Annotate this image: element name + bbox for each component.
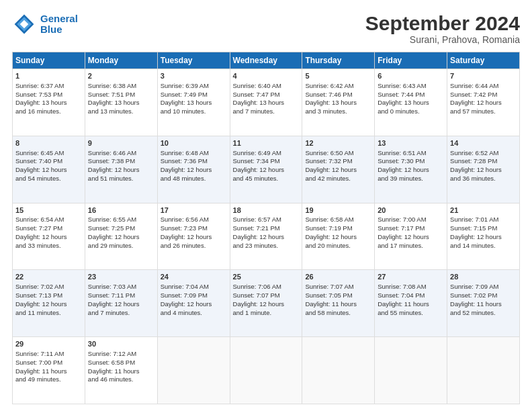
week-row-3: 15Sunrise: 6:54 AMSunset: 7:27 PMDayligh…	[13, 203, 520, 270]
day-info: Sunset: 7:15 PM	[450, 224, 517, 233]
cell-week2-day6: 14Sunrise: 6:52 AMSunset: 7:28 PMDayligh…	[447, 136, 520, 203]
day-info: and 54 minutes.	[15, 175, 82, 183]
day-info: and 48 minutes.	[161, 175, 227, 183]
day-info: Sunset: 7:21 PM	[233, 224, 300, 233]
day-info: Daylight: 12 hours	[305, 166, 371, 175]
day-number: 21	[450, 205, 517, 216]
col-tuesday: Tuesday	[157, 52, 230, 69]
day-info: Sunset: 7:05 PM	[305, 291, 371, 300]
cell-week5-day4	[302, 337, 375, 404]
day-number: 6	[378, 71, 444, 81]
cell-week3-day5: 20Sunrise: 7:00 AMSunset: 7:17 PMDayligh…	[375, 203, 447, 270]
day-number: 18	[233, 205, 300, 216]
day-info: Sunset: 7:25 PM	[88, 224, 154, 233]
cell-week3-day0: 15Sunrise: 6:54 AMSunset: 7:27 PMDayligh…	[13, 203, 85, 270]
day-info: Sunrise: 6:37 AM	[15, 82, 82, 91]
day-number: 9	[88, 138, 154, 148]
cell-week1-day4: 5Sunrise: 6:42 AMSunset: 7:46 PMDaylight…	[302, 69, 375, 136]
cell-week5-day1: 30Sunrise: 7:12 AMSunset: 6:58 PMDayligh…	[85, 337, 157, 404]
day-info: and 3 minutes.	[305, 107, 371, 116]
day-info: Daylight: 12 hours	[15, 233, 82, 242]
day-info: Sunrise: 7:04 AM	[161, 283, 227, 291]
day-info: and 17 minutes.	[378, 242, 444, 250]
cell-week1-day2: 3Sunrise: 6:39 AMSunset: 7:49 PMDaylight…	[157, 69, 230, 136]
day-number: 26	[305, 272, 371, 282]
day-number: 24	[161, 272, 227, 282]
week-row-1: 1Sunrise: 6:37 AMSunset: 7:53 PMDaylight…	[13, 69, 520, 136]
day-number: 1	[15, 71, 82, 81]
cell-week3-day3: 18Sunrise: 6:57 AMSunset: 7:21 PMDayligh…	[230, 203, 302, 270]
day-number: 5	[305, 71, 371, 81]
cell-week4-day4: 26Sunrise: 7:07 AMSunset: 7:05 PMDayligh…	[302, 270, 375, 337]
day-info: Daylight: 13 hours	[88, 99, 154, 107]
day-info: and 29 minutes.	[88, 242, 154, 250]
day-info: Sunrise: 7:01 AM	[450, 216, 517, 224]
col-sunday: Sunday	[13, 52, 85, 69]
title-block: September 2024 Surani, Prahova, Romania	[365, 12, 520, 45]
day-info: Sunset: 7:00 PM	[15, 359, 82, 367]
day-info: and 36 minutes.	[450, 175, 517, 183]
cell-week1-day0: 1Sunrise: 6:37 AMSunset: 7:53 PMDaylight…	[13, 69, 85, 136]
day-number: 2	[88, 71, 154, 81]
day-info: Sunset: 7:19 PM	[305, 224, 371, 233]
day-info: Sunrise: 6:56 AM	[161, 216, 227, 224]
day-info: Sunrise: 6:50 AM	[305, 149, 371, 158]
day-info: and 45 minutes.	[233, 175, 300, 183]
day-info: Sunrise: 7:00 AM	[378, 216, 444, 224]
day-info: Sunrise: 6:43 AM	[378, 82, 444, 91]
day-info: Daylight: 12 hours	[450, 233, 517, 242]
cell-week2-day5: 13Sunrise: 6:51 AMSunset: 7:30 PMDayligh…	[375, 136, 447, 203]
day-info: Sunset: 7:53 PM	[15, 91, 82, 99]
day-number: 16	[88, 205, 154, 216]
day-info: Sunrise: 6:38 AM	[88, 82, 154, 91]
col-friday: Friday	[375, 52, 447, 69]
cell-week2-day1: 9Sunrise: 6:46 AMSunset: 7:38 PMDaylight…	[85, 136, 157, 203]
day-info: Sunrise: 6:39 AM	[161, 82, 227, 91]
day-info: and 7 minutes.	[233, 107, 300, 116]
month-title: September 2024	[365, 12, 520, 34]
day-info: Sunrise: 6:54 AM	[15, 216, 82, 224]
day-info: Daylight: 12 hours	[88, 166, 154, 175]
cell-week1-day5: 6Sunrise: 6:43 AMSunset: 7:44 PMDaylight…	[375, 69, 447, 136]
week-row-2: 8Sunrise: 6:45 AMSunset: 7:40 PMDaylight…	[13, 136, 520, 203]
day-info: and 46 minutes.	[88, 375, 154, 384]
day-info: Daylight: 12 hours	[88, 300, 154, 309]
day-info: Daylight: 12 hours	[233, 166, 300, 175]
day-number: 17	[161, 205, 227, 216]
cell-week1-day6: 7Sunrise: 6:44 AMSunset: 7:42 PMDaylight…	[447, 69, 520, 136]
day-info: Daylight: 13 hours	[378, 99, 444, 107]
day-info: Daylight: 12 hours	[15, 300, 82, 309]
day-info: Sunset: 7:42 PM	[450, 91, 517, 99]
col-wednesday: Wednesday	[230, 52, 302, 69]
day-number: 27	[378, 272, 444, 282]
day-info: Sunrise: 7:06 AM	[233, 283, 300, 291]
cell-week3-day6: 21Sunrise: 7:01 AMSunset: 7:15 PMDayligh…	[447, 203, 520, 270]
day-info: and 7 minutes.	[88, 309, 154, 318]
day-info: Daylight: 13 hours	[305, 99, 371, 107]
day-info: Sunset: 7:34 PM	[233, 157, 300, 166]
day-info: Daylight: 12 hours	[378, 166, 444, 175]
day-number: 15	[15, 205, 82, 216]
header-row: SundayMondayTuesdayWednesdayThursdayFrid…	[13, 52, 520, 69]
day-info: and 14 minutes.	[450, 242, 517, 250]
day-info: Sunset: 7:17 PM	[378, 224, 444, 233]
day-info: Daylight: 12 hours	[161, 166, 227, 175]
day-info: and 11 minutes.	[15, 309, 82, 318]
day-info: Sunset: 7:07 PM	[233, 291, 300, 300]
day-number: 13	[378, 138, 444, 148]
day-info: Sunrise: 7:12 AM	[88, 350, 154, 359]
day-info: Sunrise: 6:49 AM	[233, 149, 300, 158]
day-number: 28	[450, 272, 517, 282]
cell-week3-day2: 17Sunrise: 6:56 AMSunset: 7:23 PMDayligh…	[157, 203, 230, 270]
day-number: 23	[88, 272, 154, 282]
day-info: and 4 minutes.	[161, 309, 227, 318]
day-number: 19	[305, 205, 371, 216]
cell-week4-day0: 22Sunrise: 7:02 AMSunset: 7:13 PMDayligh…	[13, 270, 85, 337]
cell-week2-day0: 8Sunrise: 6:45 AMSunset: 7:40 PMDaylight…	[13, 136, 85, 203]
day-info: and 10 minutes.	[161, 107, 227, 116]
day-info: Sunrise: 7:07 AM	[305, 283, 371, 291]
cell-week5-day6	[447, 337, 520, 404]
day-info: Daylight: 12 hours	[15, 166, 82, 175]
cell-week1-day3: 4Sunrise: 6:40 AMSunset: 7:47 PMDaylight…	[230, 69, 302, 136]
day-info: Sunrise: 7:08 AM	[378, 283, 444, 291]
